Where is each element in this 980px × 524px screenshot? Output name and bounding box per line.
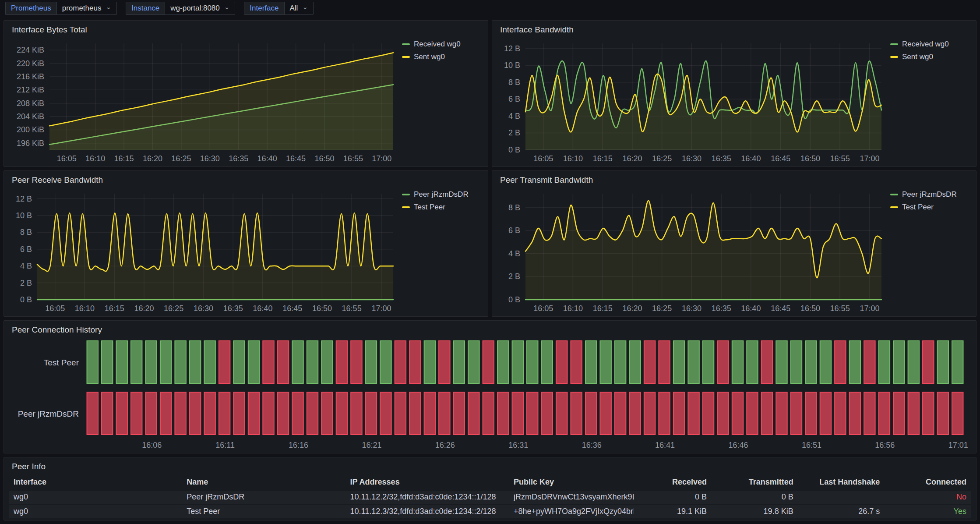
table-cell: jRzmDsDRVnwCt13vsyamXherk9L9RhR [509,491,634,504]
svg-text:16:40: 16:40 [741,304,761,313]
svg-text:16:20: 16:20 [622,304,642,313]
variable-select[interactable]: prometheus⌄ [56,2,117,15]
svg-text:16:05: 16:05 [57,154,77,163]
table-cell: 10.11.12.2/32,fdfd:d3ad:c0de:1234::1/128 [346,491,509,504]
svg-text:16:45: 16:45 [282,304,302,313]
svg-text:17:01: 17:01 [948,441,968,450]
column-header-public-key[interactable]: Public Key [509,475,634,490]
svg-text:16:10: 16:10 [563,154,583,163]
legend-swatch [402,56,410,58]
svg-text:16:15: 16:15 [593,304,613,313]
column-header-interface[interactable]: Interface [9,475,182,490]
variable-label: Interface [244,2,284,15]
variable-select[interactable]: wg-portal:8080⌄ [165,2,235,15]
svg-text:224 KiB: 224 KiB [17,46,44,54]
peer-transmit-bandwidth-chart[interactable]: 0 B2 B4 B6 B8 B16:0516:1016:1516:2016:25… [497,188,888,315]
legend-item-test-peer[interactable]: Test Peer [402,203,483,212]
table-row: wg0Peer jRzmDsDR10.11.12.2/32,fdfd:d3ad:… [9,491,971,504]
svg-text:16:35: 16:35 [223,304,243,313]
svg-text:0 B: 0 B [508,145,520,154]
panel-peer-connection-history: Peer Connection History Test PeerPeer jR… [4,320,976,453]
panel-title[interactable]: Peer Connection History [9,324,971,338]
legend-label: Test Peer [902,203,934,212]
interface-bytes-total-chart[interactable]: 196 KiB200 KiB204 KiB208 KiB212 KiB216 K… [9,38,399,165]
svg-text:16:15: 16:15 [593,154,613,163]
dashboard-submenu: Prometheusprometheus⌄Instancewg-portal:8… [0,0,980,17]
panel-peer-transmit-bandwidth: Peer Transmit Bandwidth 0 B2 B4 B6 B8 B1… [492,170,976,317]
svg-text:16:55: 16:55 [830,154,850,163]
svg-text:16:11: 16:11 [215,441,235,450]
panel-title[interactable]: Interface Bytes Total [9,24,483,38]
legend-item-test-peer[interactable]: Test Peer [890,203,971,212]
legend-item-peer-jrzmdsdr[interactable]: Peer jRzmDsDR [402,190,483,199]
svg-text:17:00: 17:00 [371,304,391,313]
svg-text:10 B: 10 B [504,61,520,70]
svg-text:16:55: 16:55 [342,304,362,313]
column-header-transmitted[interactable]: Transmitted [711,475,798,490]
chevron-down-icon: ⌄ [106,5,111,9]
peer-receive-bandwidth-chart[interactable]: 0 B2 B4 B6 B8 B10 B12 B16:0516:1016:1516… [9,188,399,315]
variable-interface: InterfaceAll⌄ [244,2,314,15]
table-cell: Test Peer [182,505,345,518]
legend-item-peer-jrzmdsdr[interactable]: Peer jRzmDsDR [890,190,971,199]
interface-bandwidth-chart[interactable]: 0 B2 B4 B6 B8 B10 B12 B16:0516:1016:1516… [497,38,888,165]
legend-item-received-wg0[interactable]: Received wg0 [402,40,483,49]
variable-instance: Instancewg-portal:8080⌄ [126,2,235,15]
column-header-received[interactable]: Received [634,475,711,490]
svg-text:16:25: 16:25 [164,304,183,313]
table-cell: Yes [884,505,971,518]
table-cell: Peer jRzmDsDR [182,491,345,504]
variable-prometheus: Prometheusprometheus⌄ [5,2,117,15]
table-cell: 0 B [634,491,711,504]
panel-title[interactable]: Interface Bandwidth [497,24,971,38]
panel-title[interactable]: Peer Transmit Bandwidth [497,174,971,188]
legend-swatch [890,43,898,45]
svg-text:16:51: 16:51 [802,441,821,450]
legend-item-sent-wg0[interactable]: Sent wg0 [890,53,971,61]
legend-item-received-wg0[interactable]: Received wg0 [890,40,971,49]
svg-text:16:35: 16:35 [712,154,731,163]
svg-text:16:45: 16:45 [771,304,790,313]
column-header-name[interactable]: Name [182,475,345,490]
table-cell: 19.1 KiB [634,505,711,518]
svg-text:220 KiB: 220 KiB [17,59,44,68]
panel-title[interactable]: Peer Receive Bandwidth [9,174,483,188]
table-cell: 10.11.12.3/32,fdfd:d3ad:c0de:1234::2/128 [346,505,509,518]
svg-text:12 B: 12 B [16,195,32,203]
table-cell: +8he+pyWH7Oa9g2FVjIxQzy04brLX+D [509,505,634,518]
chevron-down-icon: ⌄ [224,5,230,9]
variable-select[interactable]: All⌄ [284,2,314,15]
svg-text:16:50: 16:50 [314,154,334,163]
panel-title[interactable]: Peer Info [9,461,971,475]
svg-text:17:00: 17:00 [860,304,879,313]
svg-text:16:55: 16:55 [343,154,363,163]
svg-text:16:25: 16:25 [652,304,672,313]
chart-legend: Peer jRzmDsDRTest Peer [399,188,483,315]
svg-text:Peer jRzmDsDR: Peer jRzmDsDR [18,409,79,418]
svg-text:0 B: 0 B [20,295,32,304]
table-cell: 19.8 KiB [711,505,798,518]
svg-text:16:10: 16:10 [563,304,583,313]
svg-text:16:05: 16:05 [533,154,553,163]
legend-swatch [890,56,898,58]
svg-text:12 B: 12 B [504,44,520,53]
svg-text:16:55: 16:55 [830,304,850,313]
legend-swatch [402,194,410,195]
svg-text:16:25: 16:25 [652,154,672,163]
table-cell: 26.7 s [798,505,885,518]
chart-legend: Peer jRzmDsDRTest Peer [888,188,971,315]
column-header-ip-addresses[interactable]: IP Addresses [346,475,509,490]
svg-text:16:05: 16:05 [533,304,553,313]
svg-text:16:16: 16:16 [289,441,308,450]
legend-item-sent-wg0[interactable]: Sent wg0 [402,53,483,61]
column-header-connected[interactable]: Connected [884,475,971,490]
legend-label: Received wg0 [414,40,461,49]
svg-text:216 KiB: 216 KiB [17,72,44,81]
panel-interface-bytes-total: Interface Bytes Total 196 KiB200 KiB204 … [4,20,488,167]
dashboard-grid: Interface Bytes Total 196 KiB200 KiB204 … [0,17,980,524]
table-cell: wg0 [9,491,182,504]
svg-text:16:10: 16:10 [75,304,95,313]
column-header-last-handshake[interactable]: Last Handshake [798,475,885,490]
peer-connection-history-chart[interactable]: Test PeerPeer jRzmDsDR16:0616:1116:1616:… [9,338,971,451]
panel-peer-receive-bandwidth: Peer Receive Bandwidth 0 B2 B4 B6 B8 B10… [4,170,488,317]
